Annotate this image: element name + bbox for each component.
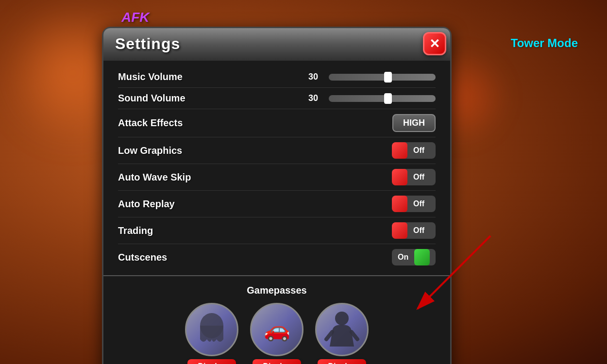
attack-effects-badge[interactable]: HIGH <box>392 114 436 132</box>
trading-indicator <box>392 222 407 239</box>
music-volume-label: Music Volume <box>118 71 183 83</box>
music-volume-control: 30 <box>308 72 436 82</box>
low-graphics-toggle-indicator <box>392 142 407 159</box>
music-volume-value: 30 <box>308 72 323 82</box>
gamepass-item-2: 🚗 Display <box>250 303 304 364</box>
auto-replay-label: Auto Replay <box>118 199 175 210</box>
cutscenes-row: Cutscenes On <box>118 244 436 270</box>
low-graphics-row: Low Graphics Off <box>118 137 436 164</box>
sound-volume-label: Sound Volume <box>118 93 185 104</box>
music-volume-thumb[interactable] <box>384 72 392 83</box>
svg-point-2 <box>335 312 349 325</box>
gamepass-circle-2: 🚗 <box>250 303 304 356</box>
auto-wave-skip-indicator <box>392 169 407 185</box>
gamepasses-section: Gamepasses Display 🚗 Display <box>103 281 450 364</box>
cutscenes-toggle-label: On <box>392 253 414 262</box>
auto-wave-skip-label: Auto Wave Skip <box>118 172 191 183</box>
attack-effects-row: Attack Effects HIGH <box>118 109 436 137</box>
low-graphics-toggle[interactable]: Off <box>392 142 436 159</box>
low-graphics-label: Low Graphics <box>118 145 182 156</box>
afk-label: AFK <box>121 10 150 25</box>
tower-mode-label: Tower Mode <box>511 36 578 50</box>
auto-replay-indicator <box>392 196 407 212</box>
attack-effects-label: Attack Effects <box>118 117 183 129</box>
trading-label: Trading <box>118 225 153 236</box>
music-volume-slider[interactable] <box>329 74 436 81</box>
auto-replay-toggle[interactable]: Off <box>392 196 436 212</box>
sound-volume-slider[interactable] <box>329 95 436 102</box>
svg-rect-1 <box>200 326 223 339</box>
character-icon <box>322 308 361 351</box>
divider <box>103 275 450 276</box>
settings-body: Music Volume 30 Sound Volume 30 Attack E… <box>103 61 450 270</box>
sound-volume-value: 30 <box>308 93 323 103</box>
sound-volume-control: 30 <box>308 93 436 103</box>
music-volume-row: Music Volume 30 <box>118 66 436 88</box>
auto-replay-row: Auto Replay Off <box>118 191 436 217</box>
auto-wave-skip-toggle-label: Off <box>407 173 430 182</box>
gamepass-display-btn-2[interactable]: Display <box>253 359 302 364</box>
trading-toggle-label: Off <box>407 226 430 235</box>
auto-replay-toggle-label: Off <box>407 199 430 208</box>
auto-wave-skip-row: Auto Wave Skip Off <box>118 164 436 191</box>
low-graphics-toggle-label: Off <box>407 146 430 155</box>
gamepass-circle-3 <box>315 303 369 356</box>
gamepass-display-btn-1[interactable]: Display <box>187 359 236 364</box>
settings-panel: Settings ✕ Music Volume 30 Sound Volume … <box>102 27 452 364</box>
cutscenes-label: Cutscenes <box>118 252 167 263</box>
gamepass-items: Display 🚗 Display D <box>118 303 436 364</box>
ghost-icon <box>195 310 229 349</box>
trading-row: Trading Off <box>118 217 436 244</box>
attack-effects-control: HIGH <box>392 114 436 132</box>
settings-title: Settings <box>115 35 180 52</box>
close-button[interactable]: ✕ <box>423 32 446 55</box>
cutscenes-toggle[interactable]: On <box>392 249 436 265</box>
gamepass-circle-1 <box>185 303 238 356</box>
cutscenes-indicator <box>414 249 430 265</box>
gamepass-display-btn-3[interactable]: Display <box>318 359 367 364</box>
settings-header: Settings ✕ <box>103 28 450 61</box>
car-icon: 🚗 <box>264 317 290 342</box>
gamepass-item-1: Display <box>185 303 238 364</box>
gamepasses-title: Gamepasses <box>118 285 436 296</box>
gamepass-item-3: Display <box>315 303 369 364</box>
trading-toggle[interactable]: Off <box>392 222 436 239</box>
auto-wave-skip-toggle[interactable]: Off <box>392 169 436 185</box>
sound-volume-thumb[interactable] <box>384 93 392 104</box>
sound-volume-row: Sound Volume 30 <box>118 88 436 109</box>
